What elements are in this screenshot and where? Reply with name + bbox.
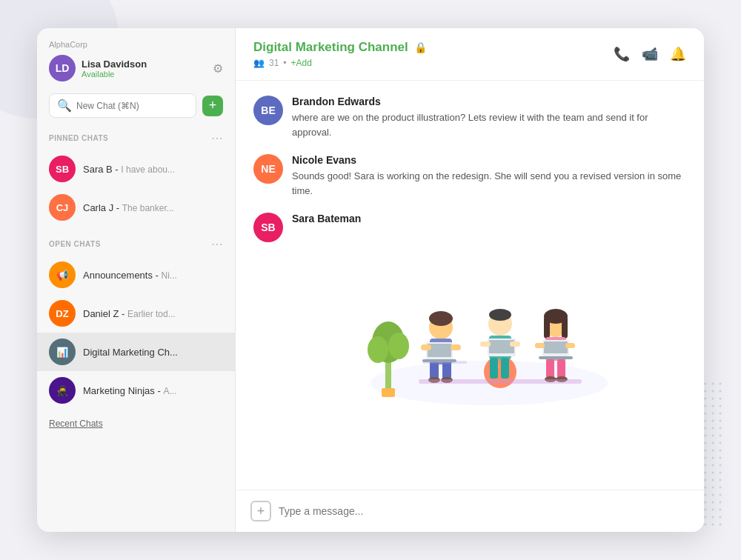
svg-rect-26 [501,358,509,379]
voice-call-icon[interactable]: 📞 [614,46,630,62]
sara-avatar-initials: SB [49,156,76,182]
nicole-sender: Nicole Evans [292,154,686,166]
gear-icon[interactable]: ⚙ [213,61,223,76]
daniel-info: Daniel Z - Earlier tod... [83,308,223,319]
member-count: 31 [269,58,279,68]
sara-message-content: Sara Bateman [292,213,686,242]
digital-marketing-name: Digital Marketing Ch... [83,347,223,358]
svg-rect-47 [419,379,582,384]
messages-area: BE Brandon Edwards where are we on the p… [236,81,704,490]
svg-rect-16 [428,344,451,357]
search-row: 🔍 + [37,87,235,127]
sidebar-header: AlphaCorp LD Lisa Davidson Available ⚙ [37,28,235,87]
marketing-ninjas-name: Marketing Ninjas - A... [83,385,223,396]
recent-chats-link[interactable]: Recent Chats [37,410,235,438]
digital-marketing-avatar: 📊 [49,339,76,365]
svg-point-23 [489,309,511,321]
pinned-chat-carla[interactable]: CJ Carla J - The banker... [37,188,235,227]
svg-rect-48 [422,361,467,364]
user-status: Available [82,70,147,79]
marketing-ninjas-info: Marketing Ninjas - A... [83,385,223,396]
open-section-title: OPEN CHATS [49,240,101,248]
message-brandon: BE Brandon Edwards where are we on the p… [253,96,686,139]
svg-rect-34 [562,316,568,339]
svg-rect-36 [546,359,554,379]
svg-rect-7 [382,388,395,397]
illustration-area [292,257,686,413]
open-chat-daniel[interactable]: DZ Daniel Z - Earlier tod... [37,294,235,333]
channel-info: Digital Marketing Channel 🔒 👥 31 • +Add [253,40,427,68]
chat-header: Digital Marketing Channel 🔒 👥 31 • +Add … [236,28,704,81]
open-chat-marketing-ninjas[interactable]: 🥷 Marketing Ninjas - A... [37,371,235,410]
sara-name: Sara B - I have abou... [83,164,223,175]
team-illustration [356,264,622,413]
add-members-link[interactable]: +Add [291,58,312,68]
pinned-section-menu-icon[interactable]: ⋯ [211,131,223,145]
svg-rect-29 [480,341,491,347]
svg-rect-44 [565,343,575,348]
pinned-section-header: PINNED CHATS ⋯ [37,127,235,150]
pinned-chat-sara[interactable]: SB Sara B - I have abou... [37,150,235,188]
brandon-text: where are we on the product illustration… [292,110,686,139]
nicole-text: Sounds good! Sara is working on the rede… [292,169,686,198]
user-row: LD Lisa Davidson Available ⚙ [49,55,223,81]
lock-icon: 🔒 [414,41,427,53]
notification-icon[interactable]: 🔔 [670,46,686,62]
carla-avatar-initials: CJ [49,194,76,221]
channel-name: Digital Marketing Channel [253,40,408,55]
app-container: AlphaCorp LD Lisa Davidson Available ⚙ 🔍 [37,28,704,532]
svg-point-6 [388,333,409,359]
svg-rect-28 [489,340,514,353]
open-chat-digital-marketing[interactable]: 📊 Digital Marketing Ch... [37,333,235,371]
channel-meta: 👥 31 • +Add [253,58,427,68]
announcements-name: Announcements - Ni... [83,270,223,281]
user-info: LD Lisa Davidson Available [49,55,147,81]
new-chat-button[interactable]: + [202,96,223,116]
carla-chat-info: Carla J - The banker... [83,202,223,213]
user-avatar-initials: LD [49,55,76,81]
message-input[interactable] [279,505,689,517]
svg-point-9 [429,311,453,326]
marketing-ninjas-avatar: 🥷 [49,377,76,404]
avatar: LD [49,55,76,81]
carla-name: Carla J - The banker... [83,202,223,213]
search-input[interactable] [76,101,188,111]
user-details: Lisa Davidson Available [82,59,147,79]
svg-rect-25 [490,358,498,379]
svg-rect-37 [557,359,565,379]
video-call-icon[interactable]: 📹 [642,46,658,62]
sara-avatar: SB [49,156,76,182]
brandon-message-content: Brandon Edwards where are we on the prod… [292,96,686,139]
pinned-section-title: PINNED CHATS [49,134,108,142]
main-chat: Digital Marketing Channel 🔒 👥 31 • +Add … [236,28,704,532]
user-name: Lisa Davidson [82,59,147,70]
digital-marketing-info: Digital Marketing Ch... [83,347,223,358]
svg-rect-42 [539,356,573,359]
svg-point-5 [368,336,388,363]
open-section-menu-icon[interactable]: ⋯ [211,237,223,251]
announcements-info: Announcements - Ni... [83,270,223,281]
open-section-header: OPEN CHATS ⋯ [37,233,235,256]
message-nicole: NE Nicole Evans Sounds good! Sara is wor… [253,154,686,198]
message-sara: SB Sara Bateman [253,213,686,242]
nicole-avatar: NE [253,154,283,184]
daniel-avatar-initials: DZ [49,300,76,327]
svg-rect-19 [451,344,461,350]
sidebar: AlphaCorp LD Lisa Davidson Available ⚙ 🔍 [37,28,236,532]
announcements-avatar: 📢 [49,261,76,288]
members-icon: 👥 [253,58,265,68]
nicole-message-content: Nicole Evans Sounds good! Sara is workin… [292,154,686,198]
svg-rect-30 [510,341,520,347]
daniel-name: Daniel Z - Earlier tod... [83,308,223,319]
carla-avatar: CJ [49,194,76,221]
svg-rect-33 [544,316,550,339]
sara-chat-info: Sara B - I have abou... [83,164,223,175]
attachment-button[interactable]: + [250,501,271,521]
sara-b-avatar: SB [253,213,283,242]
header-actions: 📞 📹 🔔 [614,46,686,62]
search-box[interactable]: 🔍 [49,93,196,118]
brandon-avatar: BE [253,96,283,125]
open-chat-announcements[interactable]: 📢 Announcements - Ni... [37,256,235,294]
daniel-avatar: DZ [49,300,76,327]
sara-sender: Sara Bateman [292,213,686,224]
